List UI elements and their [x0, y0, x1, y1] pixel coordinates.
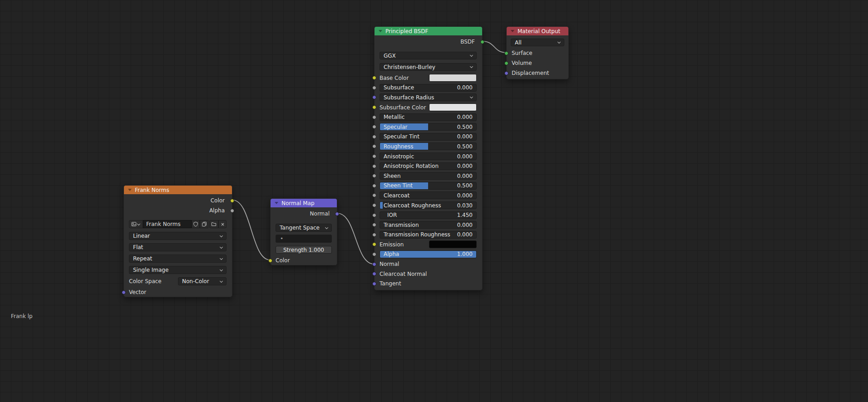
- input-socket-transmission[interactable]: [372, 223, 376, 227]
- collapse-icon[interactable]: [511, 30, 514, 32]
- input-socket-anisotropic[interactable]: [372, 154, 376, 158]
- material-output-node-header[interactable]: Material Output: [507, 27, 568, 35]
- input-socket-volume[interactable]: [504, 61, 508, 65]
- base-color-swatch[interactable]: [429, 74, 477, 82]
- strength-field[interactable]: Strength 1.000: [276, 246, 332, 254]
- chevron-down-icon: [137, 222, 140, 225]
- strength-label: Strength: [276, 247, 309, 253]
- property-label: Normal: [375, 261, 399, 267]
- collapse-icon[interactable]: [379, 30, 382, 32]
- distribution-dropdown[interactable]: GGX: [380, 52, 477, 59]
- input-socket-clearcoat-roughness[interactable]: [372, 203, 376, 207]
- normal-map-node-header[interactable]: Normal Map: [271, 199, 337, 207]
- output-label-bsdf: BSDF: [375, 39, 482, 45]
- output-socket-alpha[interactable]: [230, 209, 234, 213]
- new-image-button[interactable]: [200, 220, 208, 228]
- extension-dropdown[interactable]: Repeat: [129, 255, 227, 263]
- link-imagecolor-to-normalmap[interactable]: [233, 200, 271, 260]
- fake-user-button[interactable]: [192, 220, 200, 228]
- material-output-node[interactable]: Material Output All Surface Volume Displ…: [506, 26, 569, 79]
- input-socket-tangent[interactable]: [372, 282, 376, 286]
- sheen-tint-slider[interactable]: Sheen Tint 0.500: [380, 182, 477, 190]
- clearcoat-roughness-slider[interactable]: Clearcoat Roughness 0.030: [380, 201, 477, 209]
- target-dropdown[interactable]: All: [511, 39, 564, 46]
- subsurface-method-value: Christensen-Burley: [380, 64, 469, 70]
- subsurface-color-swatch[interactable]: [429, 103, 477, 111]
- node-title: Material Output: [518, 28, 560, 34]
- metallic-slider[interactable]: Metallic 0.000: [380, 113, 477, 121]
- property-row-emission: Emission: [375, 240, 482, 250]
- specular-slider[interactable]: Specular 0.500: [380, 123, 477, 131]
- emission-color-swatch[interactable]: [429, 240, 477, 248]
- uv-map-field[interactable]: •: [276, 235, 332, 243]
- input-socket-ior[interactable]: [372, 213, 376, 217]
- interpolation-dropdown[interactable]: Linear: [129, 232, 227, 240]
- property-row-transmission: Transmission 0.000: [375, 220, 482, 230]
- transmission-roughness-slider[interactable]: Transmission Roughness 0.000: [380, 231, 477, 239]
- link-bsdf-to-surface[interactable]: [483, 41, 506, 53]
- node-title: Normal Map: [281, 200, 315, 206]
- chevron-down-icon: [220, 268, 223, 271]
- input-socket-color[interactable]: [268, 259, 272, 263]
- unlink-image-button[interactable]: [218, 220, 227, 228]
- property-row-specular: Specular 0.500: [375, 122, 482, 132]
- input-socket-anisotropic-rotation[interactable]: [372, 164, 376, 168]
- alpha-slider[interactable]: Alpha 1.000: [380, 250, 477, 258]
- input-socket-specular[interactable]: [372, 125, 376, 129]
- ior-slider[interactable]: IOR 1.450: [380, 211, 477, 219]
- input-socket-metallic[interactable]: [372, 115, 376, 119]
- collapse-icon[interactable]: [275, 202, 278, 204]
- chevron-down-icon: [470, 65, 473, 68]
- collapse-icon[interactable]: [128, 189, 132, 191]
- clearcoat-slider[interactable]: Clearcoat 0.000: [380, 191, 477, 199]
- anisotropic-rotation-slider[interactable]: Anisotropic Rotation 0.000: [380, 162, 477, 170]
- space-dropdown[interactable]: Tangent Space: [276, 224, 332, 232]
- image-browse-button[interactable]: [129, 220, 143, 228]
- image-texture-node[interactable]: Frank Norms Color Alpha Frank Norms: [123, 185, 232, 297]
- property-row-normal: Normal: [375, 259, 482, 269]
- input-socket-normal[interactable]: [372, 262, 376, 266]
- roughness-slider[interactable]: Roughness 0.500: [380, 142, 477, 150]
- chevron-down-icon: [325, 226, 328, 229]
- link-normalmap-to-principled-normal[interactable]: [337, 213, 374, 264]
- input-row-vector: Vector: [124, 287, 232, 297]
- input-socket-transmission-roughness[interactable]: [372, 233, 376, 237]
- output-socket-normal[interactable]: [335, 212, 339, 216]
- output-socket-color[interactable]: [230, 199, 234, 203]
- uv-map-placeholder: •: [276, 235, 283, 242]
- subsurface-method-dropdown[interactable]: Christensen-Burley: [380, 63, 477, 71]
- distribution-value: GGX: [380, 53, 469, 59]
- output-row-color: Color: [124, 196, 232, 206]
- open-image-button[interactable]: [209, 220, 218, 228]
- subsurface-radius-dropdown[interactable]: Subsurface Radius: [380, 93, 477, 101]
- image-texture-node-header[interactable]: Frank Norms: [124, 186, 232, 194]
- normal-map-node[interactable]: Normal Map Normal Tangent Space • Streng…: [270, 198, 337, 265]
- output-row-bsdf: BSDF: [375, 37, 482, 47]
- input-socket-sheen[interactable]: [372, 174, 376, 178]
- anisotropic-slider[interactable]: Anisotropic 0.000: [380, 152, 477, 160]
- input-socket-subsurface-radius[interactable]: [372, 95, 376, 99]
- specular-tint-slider[interactable]: Specular Tint 0.000: [380, 133, 477, 141]
- projection-dropdown[interactable]: Flat: [129, 243, 227, 251]
- image-name-field[interactable]: Frank Norms: [143, 220, 192, 228]
- input-socket-sheen-tint[interactable]: [372, 184, 376, 188]
- transmission-slider[interactable]: Transmission 0.000: [380, 221, 477, 229]
- input-socket-surface[interactable]: [504, 51, 508, 55]
- principled-bsdf-node-header[interactable]: Principled BSDF: [375, 27, 482, 35]
- input-socket-subsurface[interactable]: [372, 86, 376, 90]
- principled-bsdf-node[interactable]: Principled BSDF BSDF GGX Christensen-Bur…: [374, 26, 483, 290]
- input-socket-displacement[interactable]: [504, 71, 508, 75]
- source-value: Single Image: [129, 267, 218, 273]
- input-socket-roughness[interactable]: [372, 144, 376, 148]
- subsurface-slider[interactable]: Subsurface 0.000: [380, 84, 477, 92]
- input-socket-vector[interactable]: [122, 290, 126, 294]
- sheen-slider[interactable]: Sheen 0.000: [380, 172, 477, 180]
- input-socket-specular-tint[interactable]: [372, 135, 376, 139]
- output-socket-bsdf[interactable]: [480, 40, 484, 44]
- source-dropdown[interactable]: Single Image: [129, 266, 227, 274]
- input-label-displacement: Displacement: [507, 70, 549, 76]
- input-socket-subsurface-color[interactable]: [372, 105, 376, 109]
- input-socket-clearcoat[interactable]: [372, 193, 376, 197]
- color-space-dropdown[interactable]: Non-Color: [178, 277, 227, 285]
- input-socket-alpha[interactable]: [372, 252, 376, 256]
